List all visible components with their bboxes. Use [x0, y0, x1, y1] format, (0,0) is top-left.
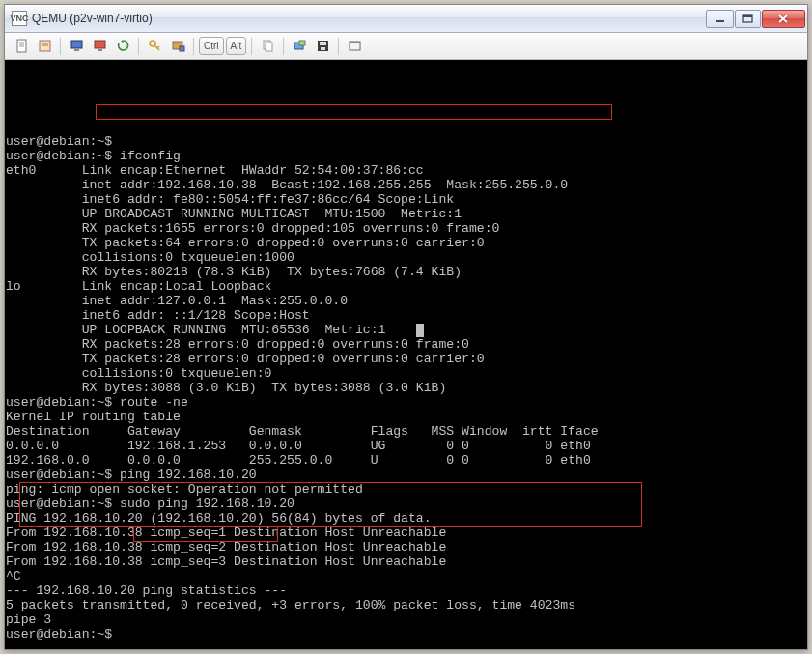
highlight-inet-addr	[96, 104, 612, 120]
terminal-line: user@debian:~$ ping 192.168.10.20	[6, 468, 806, 482]
ctrl-key-button[interactable]: Ctrl	[199, 37, 224, 55]
svg-rect-13	[266, 43, 272, 51]
separator	[138, 38, 139, 55]
terminal-line: 192.168.0.0 0.0.0.0 255.255.0.0 U 0 0 0 …	[6, 453, 806, 468]
monitor-disconnect-icon[interactable]	[89, 36, 110, 57]
svg-rect-2	[743, 15, 752, 17]
terminal-line: 0.0.0.0 192.168.1.253 0.0.0.0 UG 0 0 0 e…	[6, 439, 806, 453]
svg-rect-0	[716, 20, 724, 22]
svg-rect-7	[95, 41, 105, 48]
terminal-line: user@debian:~$ ifconfig	[6, 149, 806, 163]
close-button[interactable]	[762, 10, 805, 28]
terminal-line: TX packets:64 errors:0 dropped:0 overrun…	[6, 236, 806, 250]
terminal-line: inet addr:127.0.0.1 Mask:255.0.0.0	[6, 294, 806, 308]
terminal-line: ^C	[6, 569, 806, 583]
separator	[60, 38, 61, 55]
terminal-line: TX packets:28 errors:0 dropped:0 overrun…	[6, 352, 806, 366]
terminal-line: --- 192.168.10.20 ping statistics ---	[6, 583, 806, 598]
app-icon: VNC	[12, 11, 27, 26]
svg-rect-11	[180, 46, 184, 51]
terminal-line: UP BROADCAST RUNNING MULTICAST MTU:1500 …	[6, 207, 806, 221]
terminal-line: From 192.168.10.38 icmp_seq=1 Destinatio…	[6, 526, 806, 540]
send-key-icon[interactable]	[167, 36, 188, 57]
refresh-icon[interactable]	[112, 36, 133, 57]
terminal-line: pipe 3	[6, 612, 806, 627]
terminal-line: collisions:0 txqueuelen:1000	[6, 250, 806, 265]
window-controls	[705, 10, 805, 28]
terminal-line: RX bytes:80218 (78.3 KiB) TX bytes:7668 …	[6, 265, 806, 279]
copy-icon[interactable]	[257, 36, 278, 57]
maximize-button[interactable]	[735, 10, 761, 28]
svg-rect-5	[71, 41, 82, 48]
terminal-line: Destination Gateway Genmask Flags MSS Wi…	[6, 424, 806, 439]
svg-rect-20	[350, 42, 360, 43]
terminal-line: inet6 addr: fe80::5054:ff:fe37:86cc/64 S…	[6, 192, 806, 207]
key-icon[interactable]	[144, 36, 165, 57]
terminal-line: From 192.168.10.38 icmp_seq=2 Destinatio…	[6, 540, 806, 554]
terminal-line: RX packets:28 errors:0 dropped:0 overrun…	[6, 337, 806, 352]
terminal-line: RX packets:1655 errors:0 dropped:105 ove…	[6, 221, 806, 236]
titlebar[interactable]: VNC QEMU (p2v-win7-virtio)	[5, 5, 807, 33]
svg-rect-6	[74, 49, 79, 51]
separator	[338, 38, 339, 55]
scale-icon[interactable]	[289, 36, 310, 57]
terminal-line: inet addr:192.168.10.38 Bcast:192.168.25…	[6, 178, 806, 192]
minimize-button[interactable]	[706, 10, 734, 28]
terminal-output[interactable]: user@debian:~$user@debian:~$ ifconfigeth…	[5, 60, 807, 649]
qemu-window: VNC QEMU (p2v-win7-virtio) Ctrl Alt	[4, 4, 808, 650]
terminal-line: 5 packets transmitted, 0 received, +3 er…	[6, 598, 806, 612]
toolbar: Ctrl Alt	[5, 33, 807, 60]
terminal-line: UP LOOPBACK RUNNING MTU:65536 Metric:1	[6, 323, 806, 337]
monitor-connect-icon[interactable]	[66, 36, 87, 57]
terminal-line: RX bytes:3088 (3.0 KiB) TX bytes:3088 (3…	[6, 381, 806, 395]
fullscreen-icon[interactable]	[344, 36, 365, 57]
book-icon[interactable]	[34, 36, 55, 57]
terminal-line: lo Link encap:Local Loopback	[6, 279, 806, 294]
terminal-line: user@debian:~$	[6, 134, 806, 149]
separator	[251, 38, 252, 55]
terminal-line: inet6 addr: ::1/128 Scope:Host	[6, 308, 806, 323]
terminal-line: Kernel IP routing table	[6, 410, 806, 424]
save-icon[interactable]	[312, 36, 333, 57]
separator	[193, 38, 194, 55]
svg-rect-15	[299, 41, 305, 45]
terminal-line: user@debian:~$ route -ne	[6, 395, 806, 410]
separator	[283, 38, 284, 55]
alt-key-button[interactable]: Alt	[226, 37, 247, 55]
svg-rect-17	[320, 42, 326, 45]
svg-rect-18	[321, 47, 325, 50]
terminal-line: user@debian:~$	[6, 627, 806, 641]
terminal-line: From 192.168.10.38 icmp_seq=3 Destinatio…	[6, 554, 806, 569]
terminal-line: collisions:0 txqueuelen:0	[6, 366, 806, 381]
terminal-line: ping: icmp open socket: Operation not pe…	[6, 482, 806, 497]
window-title: QEMU (p2v-win7-virtio)	[32, 12, 705, 25]
terminal-line: PING 192.168.10.20 (192.168.10.20) 56(84…	[6, 511, 806, 526]
svg-rect-8	[98, 49, 102, 51]
terminal-line: eth0 Link encap:Ethernet HWaddr 52:54:00…	[6, 163, 806, 178]
page-icon[interactable]	[11, 36, 32, 57]
terminal-line: user@debian:~$ sudo ping 192.168.10.20	[6, 497, 806, 511]
